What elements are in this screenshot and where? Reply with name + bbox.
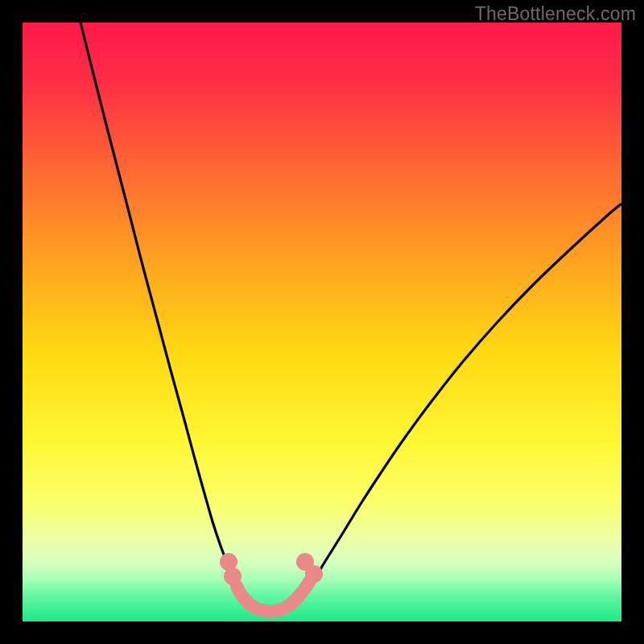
valley-marker-dot [224, 568, 242, 585]
watermark-text: TheBottleneck.com [475, 3, 636, 25]
outer-black-frame: TheBottleneck.com [0, 0, 644, 644]
valley-marker-dot [305, 565, 323, 583]
bottleneck-chart [23, 23, 621, 621]
gradient-background [23, 23, 621, 621]
plot-area [23, 23, 621, 621]
